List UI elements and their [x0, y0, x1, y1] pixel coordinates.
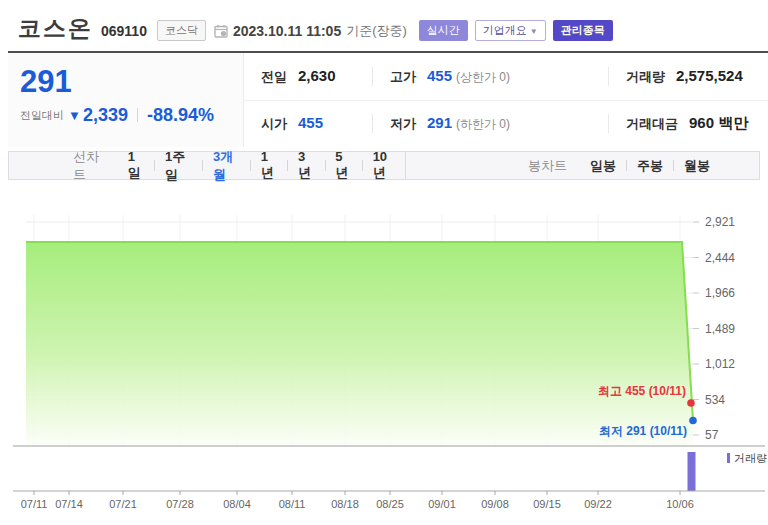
open-value: 455 [298, 114, 323, 131]
tab-3year[interactable]: 3년 [288, 149, 324, 182]
volume-legend-label: 거래량 [734, 452, 767, 464]
stock-code: 069110 [101, 23, 147, 39]
trade-value-label: 거래대금 [626, 115, 678, 133]
market-badge-kosdaq: 코스닥 [157, 20, 206, 41]
quote-datetime: 2023.10.11 11:05 [233, 23, 341, 39]
svg-text:07/14: 07/14 [55, 498, 83, 510]
chart-period-tabbar: 선차트 1일 1주일 3개월 1년 3년 5년 10년 봉차트 일봉 주봉 월봉 [8, 151, 760, 180]
price-area-fill [26, 242, 693, 445]
change-value: 2,339 [83, 105, 128, 126]
svg-text:534: 534 [705, 393, 725, 407]
down-triangle-icon: ▼ [68, 108, 81, 123]
quote-info-box: 291 전일대비 ▼ 2,339 -88.94% 전일 2,630 고가 455… [8, 51, 768, 147]
open-cell: 시가 455 [244, 114, 372, 133]
svg-text:1,489: 1,489 [705, 322, 735, 336]
quote-summary-table: 전일 2,630 고가 455 (상한가 0) 거래량 2,575,524 시가… [244, 53, 768, 147]
svg-text:2,444: 2,444 [705, 251, 735, 265]
volume-legend-bar-icon [727, 453, 730, 463]
annotation-low: 최저 291 (10/11) [599, 424, 687, 438]
candle-chart-tab-group: 봉차트 일봉 주봉 월봉 [406, 152, 720, 179]
high-cell: 고가 455 (상한가 0) [372, 67, 608, 86]
tab-1day[interactable]: 1일 [118, 149, 154, 182]
tab-10year[interactable]: 10년 [363, 149, 405, 182]
low-point-dot [689, 417, 697, 425]
x-axis-labels: 07/11 07/14 07/21 07/28 08/04 08/11 08/1… [21, 498, 694, 510]
annotation-high: 최고 455 (10/11) [598, 384, 686, 398]
tab-1year[interactable]: 1년 [251, 149, 287, 182]
calendar-icon [214, 24, 228, 38]
svg-text:09/08: 09/08 [481, 498, 509, 510]
volume-legend: 거래량 [727, 452, 767, 464]
tab-3month-selected[interactable]: 3개월 [203, 148, 250, 184]
svg-text:08/11: 08/11 [279, 498, 306, 510]
volume-value: 2,575,524 [676, 67, 743, 84]
company-overview-button[interactable]: 기업개요▼ [475, 20, 546, 41]
managed-stock-badge: 관리종목 [553, 20, 613, 41]
svg-text:07/11: 07/11 [21, 498, 48, 510]
high-point-dot [687, 399, 695, 407]
summary-row-2: 시가 455 저가 291 (하한가 0) 거래대금 960 백만 [244, 100, 768, 148]
low-value: 291 [427, 114, 452, 131]
svg-text:1,012: 1,012 [705, 357, 735, 371]
svg-text:10/06: 10/06 [666, 498, 694, 510]
change-percent: -88.94% [147, 105, 214, 126]
summary-row-1: 전일 2,630 고가 455 (상한가 0) 거래량 2,575,524 [244, 53, 768, 100]
current-price: 291 [20, 64, 243, 100]
svg-text:08/04: 08/04 [223, 498, 251, 510]
price-change-row: 전일대비 ▼ 2,339 -88.94% [20, 105, 243, 126]
prev-close-value: 2,630 [298, 67, 336, 84]
volume-label: 거래량 [626, 68, 665, 86]
svg-text:1,966: 1,966 [705, 286, 735, 300]
realtime-badge[interactable]: 실시간 [419, 20, 468, 41]
svg-text:09/22: 09/22 [584, 498, 612, 510]
volume-cell: 거래량 2,575,524 [608, 67, 768, 86]
tab-1week[interactable]: 1주일 [155, 148, 202, 184]
divider [137, 108, 138, 122]
line-chart-tab-group: 선차트 1일 1주일 3개월 1년 3년 5년 10년 [9, 152, 405, 179]
stock-header: 코스온 069110 코스닥 2023.10.11 11:05 기준(장중) 실… [18, 13, 764, 44]
current-price-panel: 291 전일대비 ▼ 2,339 -88.94% [8, 53, 244, 147]
tab-5year[interactable]: 5년 [325, 149, 361, 182]
high-value: 455 [427, 67, 452, 84]
svg-text:57: 57 [705, 428, 719, 442]
lower-limit-note: (하한가 0) [456, 116, 510, 133]
low-label: 저가 [390, 115, 416, 133]
low-cell: 저가 291 (하한가 0) [372, 114, 608, 133]
svg-text:08/25: 08/25 [376, 498, 404, 510]
high-label: 고가 [390, 68, 416, 86]
company-overview-label: 기업개요 [483, 24, 527, 36]
price-chart-svg: 2,921 2,444 1,966 1,489 1,012 534 57 최고 … [0, 195, 768, 525]
open-label: 시가 [261, 115, 287, 133]
volume-bar [688, 452, 696, 491]
quote-datetime-note: 기준(장중) [346, 22, 407, 40]
svg-text:09/01: 09/01 [428, 498, 456, 510]
price-chart[interactable]: 2,921 2,444 1,966 1,489 1,012 534 57 최고 … [0, 195, 768, 525]
trade-value-cell: 거래대금 960 백만 [608, 114, 768, 133]
svg-text:2,921: 2,921 [705, 215, 735, 229]
svg-text:07/28: 07/28 [166, 498, 194, 510]
x-axis-ticks [34, 491, 680, 495]
svg-text:08/18: 08/18 [331, 498, 359, 510]
upper-limit-note: (상한가 0) [456, 69, 510, 86]
chevron-down-icon: ▼ [530, 27, 538, 36]
stock-name: 코스온 [18, 13, 93, 44]
line-chart-group-label: 선차트 [73, 148, 105, 184]
y-axis-labels: 2,921 2,444 1,966 1,489 1,012 534 57 [705, 215, 735, 442]
change-label: 전일대비 [20, 108, 64, 123]
svg-text:07/21: 07/21 [109, 498, 137, 510]
tab-monthly-candle[interactable]: 월봉 [674, 157, 720, 175]
tab-weekly-candle[interactable]: 주봉 [627, 157, 673, 175]
svg-text:09/15: 09/15 [533, 498, 561, 510]
trade-value-value: 960 백만 [689, 114, 748, 133]
prev-close-cell: 전일 2,630 [244, 67, 372, 86]
prev-close-label: 전일 [261, 68, 287, 86]
candle-chart-group-label: 봉차트 [528, 157, 567, 175]
tab-daily-candle[interactable]: 일봉 [580, 157, 626, 175]
